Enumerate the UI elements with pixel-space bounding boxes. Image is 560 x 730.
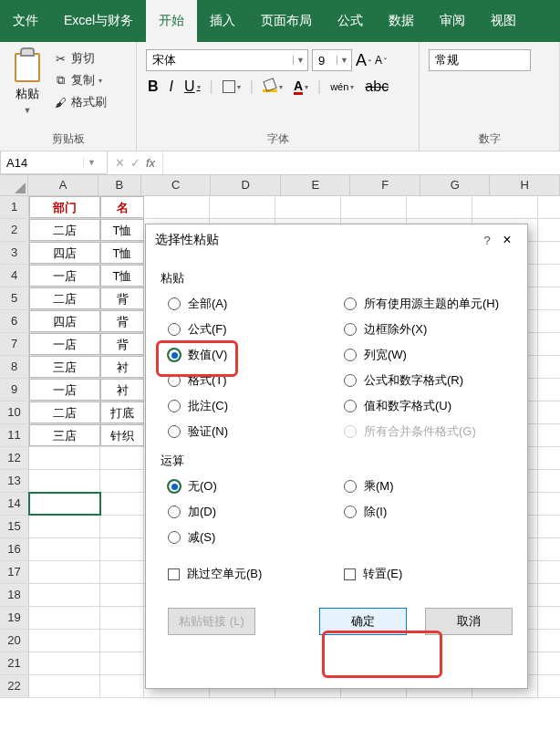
cell[interactable]: 四店 [29,242,100,264]
skip-blanks-checkbox[interactable]: 跳过空单元(B) [161,566,337,582]
cell[interactable] [29,538,100,560]
row-header[interactable]: 9 [0,379,29,401]
cell[interactable]: 一店 [29,265,100,287]
ok-button[interactable]: 确定 [319,608,407,635]
cell[interactable] [29,675,100,697]
row-header[interactable]: 11 [0,424,29,446]
name-box[interactable]: ▼ [0,151,108,174]
row-header[interactable]: 10 [0,402,29,423]
cell[interactable] [210,196,275,218]
tab-视图[interactable]: 视图 [478,0,529,42]
row-header[interactable]: 18 [0,584,29,606]
phonetic-button[interactable]: wén▾ [328,79,356,94]
row-header[interactable]: 14 [0,493,29,515]
font-size-input[interactable] [313,50,337,70]
tab-审阅[interactable]: 审阅 [427,0,478,42]
cell[interactable]: 衬 [100,379,144,401]
cell[interactable] [472,196,538,218]
bold-button[interactable]: B [146,77,161,97]
cell[interactable]: 背 [100,310,144,332]
font-color-button[interactable]: A▾ [292,78,310,97]
chevron-down-icon[interactable]: ▼ [83,158,99,167]
confirm-formula-icon[interactable]: ✓ [130,156,140,170]
copy-button[interactable]: ⧉复制▾ [51,71,109,89]
radio-option[interactable]: 数值(V) [161,347,337,363]
radio-option[interactable]: 无(O) [161,478,337,495]
cell[interactable] [144,196,210,218]
radio-option[interactable]: 减(S) [161,529,337,546]
column-header[interactable]: D [211,175,281,195]
radio-option[interactable]: 加(D) [161,504,337,520]
font-size-combo[interactable]: ▼ [312,49,352,71]
paste-link-button[interactable]: 粘贴链接 (L) [168,608,255,635]
cell[interactable]: 部门 [29,196,100,218]
row-header[interactable]: 17 [0,561,29,583]
row-header[interactable]: 21 [0,652,29,674]
row-header[interactable]: 7 [0,333,29,355]
column-header[interactable]: C [141,175,212,195]
cell[interactable]: 二店 [29,287,100,309]
paste-dropdown-icon[interactable]: ▼ [24,106,32,115]
cell[interactable]: 一店 [29,379,100,401]
column-header[interactable]: H [490,175,560,195]
format-painter-button[interactable]: 🖌格式刷 [51,93,109,111]
row-header[interactable]: 16 [0,538,29,560]
column-header[interactable]: B [99,175,141,195]
cell[interactable] [100,493,144,515]
cell[interactable] [341,196,407,218]
radio-option[interactable]: 值和数字格式(U) [337,398,513,414]
cancel-formula-icon[interactable]: ✕ [115,156,125,170]
cell[interactable] [100,607,144,629]
radio-option[interactable]: 边框除外(X) [337,321,513,338]
row-header[interactable]: 5 [0,287,29,309]
chevron-down-icon[interactable]: ▼ [337,56,351,65]
cell[interactable] [100,675,144,697]
cell[interactable] [100,584,144,606]
cell[interactable]: 二店 [29,402,100,423]
name-box-input[interactable] [1,156,83,170]
cell[interactable] [29,561,100,583]
cell[interactable]: 三店 [29,424,100,446]
radio-option[interactable]: 乘(M) [337,478,513,495]
font-name-input[interactable] [147,50,293,70]
row-header[interactable]: 20 [0,630,29,652]
radio-option[interactable]: 公式(F) [161,321,337,338]
number-format-input[interactable] [430,50,530,70]
transpose-checkbox[interactable]: 转置(E) [337,566,513,582]
tab-开始[interactable]: 开始 [146,0,197,42]
cell[interactable] [100,538,144,560]
cell[interactable] [100,630,144,652]
row-header[interactable]: 2 [0,219,29,241]
grow-font-button[interactable]: Aˆ [356,51,371,70]
radio-option[interactable]: 全部(A) [161,296,337,312]
radio-option[interactable]: 所有使用源主题的单元(H) [337,296,513,312]
cell[interactable]: 背 [100,333,144,355]
formula-input[interactable] [163,151,560,174]
select-all-corner[interactable] [0,175,28,195]
fill-color-button[interactable]: ▾ [261,79,285,94]
cell[interactable] [275,196,341,218]
column-header[interactable]: E [281,175,351,195]
italic-button[interactable]: I [168,77,175,97]
help-button[interactable]: ? [478,234,496,247]
cell[interactable] [29,607,100,629]
row-header[interactable]: 15 [0,516,29,537]
column-header[interactable]: F [350,175,420,195]
cell[interactable] [29,470,100,492]
cell[interactable] [100,561,144,583]
row-header[interactable]: 6 [0,310,29,332]
row-header[interactable]: 8 [0,356,29,378]
tab-文件[interactable]: 文件 [0,0,51,42]
row-header[interactable]: 12 [0,447,29,469]
font-name-combo[interactable]: ▼ [146,49,308,71]
number-format-combo[interactable] [429,49,531,71]
radio-option[interactable]: 公式和数字格式(R) [337,372,513,389]
cell[interactable]: 衬 [100,356,144,378]
cell[interactable] [100,516,144,537]
radio-option[interactable]: 除(I) [337,504,513,520]
cell[interactable]: 打底 [100,402,144,423]
cell[interactable]: 背 [100,287,144,309]
tab-公式[interactable]: 公式 [325,0,376,42]
cell[interactable]: 四店 [29,310,100,332]
cell[interactable]: T恤 [100,242,144,264]
